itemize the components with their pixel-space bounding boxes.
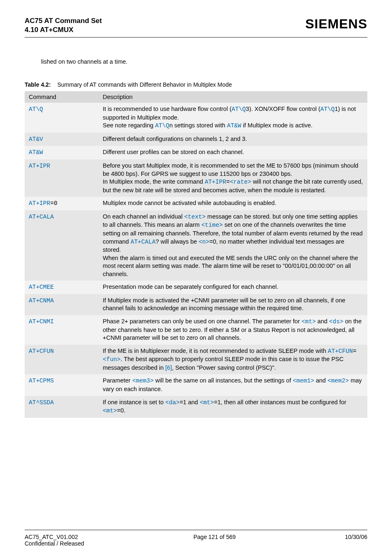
table-row: AT+CFUN If the ME is in Multiplexer mode…: [25, 345, 367, 375]
table-row: AT+CMEE Presentation mode can be separat…: [25, 281, 367, 294]
cell-desc: If Multiplex mode is activated the +CNMI…: [99, 294, 367, 315]
table-row: AT+CNMI Phase 2+ parameters can only be …: [25, 315, 367, 345]
cell-desc: If the ME is in Multiplexer mode, it is …: [99, 345, 367, 375]
cmd-link[interactable]: AT&W: [29, 149, 43, 156]
table-row: AT+IPR Before you start Multiplex mode, …: [25, 159, 367, 197]
table-row: AT\Q It is recommended to use hardware f…: [25, 103, 367, 133]
page-header: AC75 AT Command Set 4.10 AT+CMUX SIEMENS: [25, 16, 367, 35]
intro-text: lished on two channels at a time.: [41, 58, 367, 65]
header-title: AC75 AT Command Set 4.10 AT+CMUX: [25, 16, 102, 35]
table-caption: Table 4.2: Summary of AT commands with D…: [25, 81, 367, 88]
title-line-1: AC75 AT Command Set: [25, 16, 102, 25]
cell-desc: Before you start Multiplex mode, it is r…: [99, 159, 367, 197]
commands-table: Command Description AT\Q It is recommend…: [25, 91, 367, 417]
table-row: AT+CALA On each channel an individual <t…: [25, 210, 367, 281]
title-line-2: 4.10 AT+CMUX: [25, 25, 102, 35]
table-caption-text: Summary of AT commands with Different Be…: [57, 81, 232, 88]
cell-desc: If one instance is set to <da>=1 and <mt…: [99, 396, 367, 418]
col-command: Command: [25, 91, 99, 103]
cmd-link[interactable]: AT+CALA: [29, 214, 54, 220]
table-row: AT+IPR=0 Multiplex mode cannot be activa…: [25, 197, 367, 210]
cell-desc: Different default configurations on chan…: [99, 133, 367, 146]
cell-desc: It is recommended to use hardware flow c…: [99, 103, 367, 133]
table-row: AT&V Different default configurations on…: [25, 133, 367, 146]
header-divider: [25, 37, 367, 38]
cmd-link[interactable]: AT^SSDA: [29, 399, 54, 406]
footer-left: AC75_ATC_V01.002 Confidential / Released: [25, 534, 84, 547]
cell-desc: Presentation mode can be separately conf…: [99, 281, 367, 294]
table-row: AT&W Different user profiles can be stor…: [25, 146, 367, 159]
table-row: AT^SSDA If one instance is set to <da>=1…: [25, 396, 367, 418]
table-header-row: Command Description: [25, 91, 367, 103]
cell-desc: Phase 2+ parameters can only be used on …: [99, 315, 367, 345]
brand-logo: SIEMENS: [305, 16, 367, 32]
cell-desc: Parameter <mem3> will be the same on all…: [99, 374, 367, 396]
footer-right: 10/30/06: [345, 534, 368, 547]
cmd-link[interactable]: AT+CMEE: [29, 284, 54, 290]
footer-center: Page 121 of 569: [84, 534, 345, 547]
cmd-link[interactable]: AT+CNMI: [29, 318, 54, 325]
cell-desc: On each channel an individual <text> mes…: [99, 210, 367, 281]
table-row: AT+CPMS Parameter <mem3> will be the sam…: [25, 374, 367, 396]
cmd-link[interactable]: AT+CPMS: [29, 378, 54, 384]
table-label: Table 4.2:: [25, 81, 51, 88]
cell-desc: Different user profiles can be stored on…: [99, 146, 367, 159]
cmd-link[interactable]: AT\Q: [29, 106, 43, 113]
cmd-link[interactable]: AT&V: [29, 136, 43, 143]
table-row: AT+CNMA If Multiplex mode is activated t…: [25, 294, 367, 315]
cmd-link[interactable]: AT+IPR: [29, 163, 50, 169]
cmd-link[interactable]: AT+CNMA: [29, 297, 54, 304]
cell-desc: Multiplex mode cannot be activated while…: [99, 197, 367, 210]
cmd-link[interactable]: AT+IPR: [29, 200, 50, 207]
cmd-link[interactable]: AT+CFUN: [29, 348, 54, 355]
col-description: Description: [99, 91, 367, 103]
footer-divider: [25, 530, 367, 530]
page-footer: AC75_ATC_V01.002 Confidential / Released…: [25, 534, 367, 547]
